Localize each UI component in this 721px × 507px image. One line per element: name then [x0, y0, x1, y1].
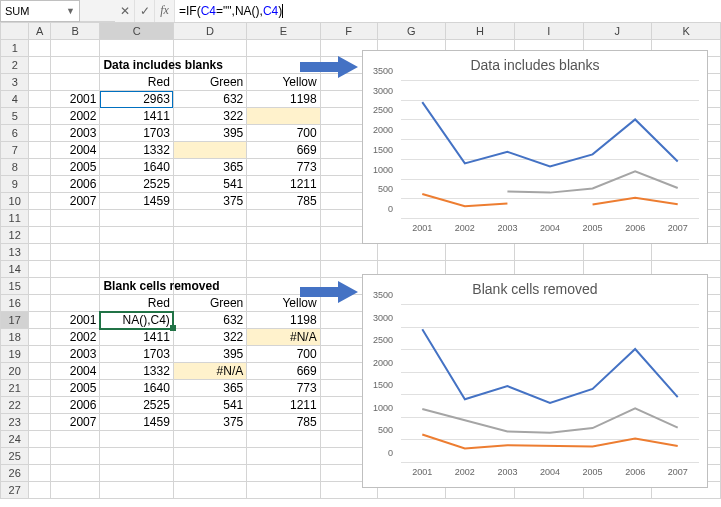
- cell[interactable]: [100, 40, 173, 57]
- row-header[interactable]: 6: [1, 125, 29, 142]
- col-header[interactable]: D: [173, 23, 246, 40]
- cell[interactable]: [50, 57, 100, 74]
- cell[interactable]: [583, 244, 652, 261]
- cell[interactable]: [377, 244, 446, 261]
- cell[interactable]: Red: [100, 295, 173, 312]
- cell[interactable]: Blank cells removed: [100, 278, 173, 295]
- col-header[interactable]: I: [514, 23, 583, 40]
- cell[interactable]: [173, 40, 246, 57]
- cell[interactable]: 541: [173, 397, 246, 414]
- row-header[interactable]: 8: [1, 159, 29, 176]
- cell[interactable]: [100, 431, 173, 448]
- cell[interactable]: 2005: [50, 159, 100, 176]
- cell[interactable]: [50, 465, 100, 482]
- cell[interactable]: [29, 482, 50, 499]
- cell[interactable]: 669: [247, 142, 320, 159]
- cell[interactable]: [29, 40, 50, 57]
- row-header[interactable]: 17: [1, 312, 29, 329]
- cell[interactable]: 2002: [50, 329, 100, 346]
- cell[interactable]: [29, 397, 50, 414]
- row-header[interactable]: 22: [1, 397, 29, 414]
- col-header[interactable]: F: [320, 23, 377, 40]
- formula-input[interactable]: =IF(C4="",NA(),C4): [175, 0, 721, 22]
- cell[interactable]: [29, 278, 50, 295]
- cell[interactable]: [247, 431, 320, 448]
- cell[interactable]: [29, 74, 50, 91]
- cell[interactable]: [652, 244, 721, 261]
- cell[interactable]: [29, 108, 50, 125]
- cell[interactable]: [247, 227, 320, 244]
- cell[interactable]: 1211: [247, 176, 320, 193]
- cell[interactable]: [29, 159, 50, 176]
- cell[interactable]: [173, 244, 246, 261]
- col-header[interactable]: H: [446, 23, 515, 40]
- cell[interactable]: [29, 261, 50, 278]
- cell[interactable]: [50, 278, 100, 295]
- row-header[interactable]: 9: [1, 176, 29, 193]
- cell[interactable]: [29, 295, 50, 312]
- cell[interactable]: 1211: [247, 397, 320, 414]
- cell[interactable]: 1411: [100, 108, 173, 125]
- cell[interactable]: Green: [173, 295, 246, 312]
- col-header[interactable]: B: [50, 23, 100, 40]
- col-header[interactable]: E: [247, 23, 320, 40]
- name-box[interactable]: SUM ▼: [0, 0, 80, 22]
- cell[interactable]: 2007: [50, 414, 100, 431]
- cell[interactable]: 1703: [100, 125, 173, 142]
- cell[interactable]: [247, 482, 320, 499]
- cell[interactable]: Red: [100, 74, 173, 91]
- cell[interactable]: 632: [173, 312, 246, 329]
- row-header[interactable]: 10: [1, 193, 29, 210]
- cell[interactable]: [514, 244, 583, 261]
- cell[interactable]: 2001: [50, 91, 100, 108]
- cell[interactable]: 2007: [50, 193, 100, 210]
- cell[interactable]: [247, 108, 320, 125]
- cell[interactable]: [29, 448, 50, 465]
- cell[interactable]: [247, 210, 320, 227]
- row-header[interactable]: 27: [1, 482, 29, 499]
- worksheet-grid[interactable]: A B C D E F G H I J K 12Data includes bl…: [0, 22, 721, 507]
- cell[interactable]: [29, 380, 50, 397]
- row-header[interactable]: 11: [1, 210, 29, 227]
- row-header[interactable]: 13: [1, 244, 29, 261]
- cell[interactable]: 785: [247, 414, 320, 431]
- row-header[interactable]: 5: [1, 108, 29, 125]
- cell[interactable]: [29, 329, 50, 346]
- cell[interactable]: [173, 465, 246, 482]
- cell[interactable]: [173, 210, 246, 227]
- cell[interactable]: 1640: [100, 380, 173, 397]
- chart-blank-cells-removed[interactable]: Blank cells removed 05001000150020002500…: [362, 274, 708, 488]
- cell[interactable]: [173, 482, 246, 499]
- cell[interactable]: 1703: [100, 346, 173, 363]
- cell[interactable]: #N/A: [247, 329, 320, 346]
- row-header[interactable]: 19: [1, 346, 29, 363]
- cell[interactable]: [446, 244, 515, 261]
- cell[interactable]: 1640: [100, 159, 173, 176]
- cell[interactable]: [29, 227, 50, 244]
- cell[interactable]: [29, 57, 50, 74]
- cell[interactable]: 773: [247, 380, 320, 397]
- cell[interactable]: [50, 74, 100, 91]
- cell[interactable]: 2006: [50, 176, 100, 193]
- cell[interactable]: 632: [173, 91, 246, 108]
- cell[interactable]: [247, 448, 320, 465]
- cell[interactable]: [50, 40, 100, 57]
- row-header[interactable]: 16: [1, 295, 29, 312]
- cell[interactable]: #N/A: [173, 363, 246, 380]
- col-header[interactable]: C: [100, 23, 173, 40]
- cell[interactable]: [29, 465, 50, 482]
- cell[interactable]: [29, 363, 50, 380]
- cell[interactable]: [29, 346, 50, 363]
- cell[interactable]: 2004: [50, 363, 100, 380]
- row-header[interactable]: 7: [1, 142, 29, 159]
- cell[interactable]: [100, 465, 173, 482]
- cell[interactable]: 541: [173, 176, 246, 193]
- cell[interactable]: 322: [173, 108, 246, 125]
- cell[interactable]: 1198: [247, 312, 320, 329]
- cell[interactable]: 1332: [100, 142, 173, 159]
- cell[interactable]: [50, 448, 100, 465]
- col-header[interactable]: G: [377, 23, 446, 40]
- cell[interactable]: [100, 227, 173, 244]
- row-header[interactable]: 20: [1, 363, 29, 380]
- row-header[interactable]: 12: [1, 227, 29, 244]
